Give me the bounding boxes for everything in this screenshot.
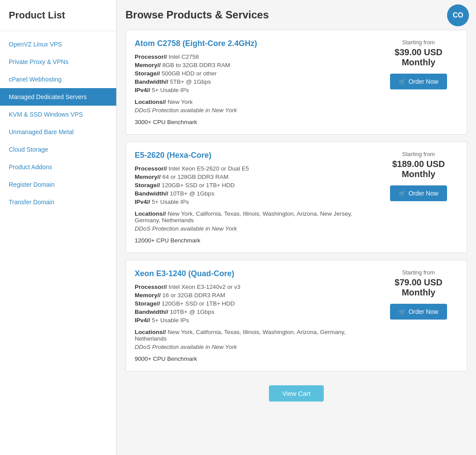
spec-row: Storage// 120GB+ SSD or 1TB+ HDD	[135, 182, 370, 188]
ddos-note-0: DDoS Protection available in New York	[135, 107, 370, 114]
sidebar-item-1[interactable]: Private Proxy & VPNs	[0, 53, 116, 71]
sidebar-link-9[interactable]: Transfer Domain	[0, 193, 116, 211]
price-0: $39.00 USD Monthly	[379, 47, 458, 68]
spec-row: Bandwidth// 10TB+ @ 1Gbps	[135, 190, 370, 197]
price-1: $189.00 USD Monthly	[379, 159, 458, 179]
ddos-note-2: DDoS Protection available in New York	[135, 344, 370, 350]
product-card-0: Atom C2758 (Eight-Core 2.4GHz)Processor/…	[125, 30, 467, 135]
sidebar-link-6[interactable]: Cloud Storage	[0, 141, 116, 158]
cart-icon	[399, 190, 406, 197]
product-card-2: Xeon E3-1240 (Quad-Core)Processor// Inte…	[125, 260, 467, 371]
spec-row: Processor// Intel Xeon E3-1240v2 or v3	[135, 284, 370, 290]
sidebar-nav: OpenVZ Linux VPSPrivate Proxy & VPNscPan…	[0, 31, 116, 215]
locations-row-0: Locations// New York	[135, 99, 370, 105]
sidebar-link-0[interactable]: OpenVZ Linux VPS	[0, 36, 116, 53]
sidebar-item-0[interactable]: OpenVZ Linux VPS	[0, 36, 116, 53]
spec-row: Processor// Intel Xeon E5-2620 or Dual E…	[135, 165, 370, 172]
footer-bar: View Cart	[125, 378, 467, 409]
sidebar-item-5[interactable]: Unmanaged Bare Metal	[0, 123, 116, 141]
sidebar-item-2[interactable]: cPanel Webhosting	[0, 71, 116, 88]
spec-row: Processor// Intel C2758	[135, 53, 370, 60]
page-title: Browse Products & Services	[125, 9, 467, 21]
sidebar-item-6[interactable]: Cloud Storage	[0, 141, 116, 158]
sidebar-link-1[interactable]: Private Proxy & VPNs	[0, 53, 116, 71]
benchmark-0: 3000+ CPU Benchmark	[135, 119, 370, 125]
product-info-0: Atom C2758 (Eight-Core 2.4GHz)Processor/…	[135, 39, 370, 125]
sidebar-item-9[interactable]: Transfer Domain	[0, 193, 116, 211]
sidebar-title: Product List	[0, 0, 116, 31]
product-card-1: E5-2620 (Hexa-Core)Processor// Intel Xeo…	[125, 142, 467, 253]
order-now-button-0[interactable]: Order Now	[390, 74, 447, 89]
sidebar-link-7[interactable]: Product Addons	[0, 158, 116, 176]
avatar-area: CO	[447, 4, 469, 26]
sidebar-item-4[interactable]: KVM & SSD Windows VPS	[0, 106, 116, 123]
product-name-0: Atom C2758 (Eight-Core 2.4GHz)	[135, 39, 370, 48]
spec-row: IPv4// 5+ Usable IPs	[135, 317, 370, 323]
product-pricing-2: Starting from$79.00 USD MonthlyOrder Now	[370, 269, 458, 320]
spec-row: IPv4// 5+ Usable IPs	[135, 199, 370, 205]
price-2: $79.00 USD Monthly	[379, 277, 458, 298]
product-list: Atom C2758 (Eight-Core 2.4GHz)Processor/…	[125, 30, 467, 371]
product-pricing-0: Starting from$39.00 USD MonthlyOrder Now	[370, 39, 458, 89]
spec-row: Storage// 500GB HDD or other	[135, 70, 370, 77]
sidebar-item-8[interactable]: Register Domain	[0, 176, 116, 193]
product-name-1: E5-2620 (Hexa-Core)	[135, 151, 370, 160]
locations-row-2: Locations// New York, California, Texas,…	[135, 329, 370, 342]
product-pricing-1: Starting from$189.00 USD MonthlyOrder No…	[370, 151, 458, 201]
spec-row: Memory// 64 or 128GB DDR3 RAM	[135, 174, 370, 180]
cart-icon	[399, 78, 406, 85]
sidebar-link-3[interactable]: Managed Dedicated Servers	[0, 88, 116, 106]
sidebar-item-7[interactable]: Product Addons	[0, 158, 116, 176]
benchmark-1: 12000+ CPU Benchmark	[135, 237, 370, 244]
spec-row: Memory// 8GB to 32GB DDR3 RAM	[135, 62, 370, 68]
sidebar: Product List OpenVZ Linux VPSPrivate Pro…	[0, 0, 117, 455]
starting-from-0: Starting from	[379, 39, 458, 46]
starting-from-2: Starting from	[379, 269, 458, 276]
spec-row: Memory// 16 or 32GB DDR3 RAM	[135, 292, 370, 299]
spec-row: Storage// 120GB+ SSD or 1TB+ HDD	[135, 300, 370, 307]
spec-row: Bandwidth// 5TB+ @ 1Gbps	[135, 78, 370, 85]
cart-icon	[399, 308, 406, 315]
spec-row: IPv4// 5+ Usable IPs	[135, 87, 370, 93]
product-info-1: E5-2620 (Hexa-Core)Processor// Intel Xeo…	[135, 151, 370, 244]
sidebar-link-2[interactable]: cPanel Webhosting	[0, 71, 116, 88]
view-cart-button[interactable]: View Cart	[269, 385, 324, 402]
sidebar-item-3[interactable]: Managed Dedicated Servers	[0, 88, 116, 106]
locations-row-1: Locations// New York, California, Texas,…	[135, 210, 370, 224]
spec-row: Bandwidth// 10TB+ @ 1Gbps	[135, 309, 370, 315]
benchmark-2: 9000+ CPU Benchmark	[135, 355, 370, 362]
product-name-2: Xeon E3-1240 (Quad-Core)	[135, 269, 370, 278]
main-content: CO Browse Products & Services Atom C2758…	[117, 0, 476, 455]
sidebar-link-4[interactable]: KVM & SSD Windows VPS	[0, 106, 116, 123]
order-now-button-2[interactable]: Order Now	[390, 304, 447, 320]
starting-from-1: Starting from	[379, 151, 458, 157]
avatar[interactable]: CO	[447, 4, 469, 26]
sidebar-link-5[interactable]: Unmanaged Bare Metal	[0, 123, 116, 141]
order-now-button-1[interactable]: Order Now	[390, 185, 447, 201]
product-info-2: Xeon E3-1240 (Quad-Core)Processor// Inte…	[135, 269, 370, 362]
sidebar-link-8[interactable]: Register Domain	[0, 176, 116, 193]
ddos-note-1: DDoS Protection available in New York	[135, 225, 370, 232]
